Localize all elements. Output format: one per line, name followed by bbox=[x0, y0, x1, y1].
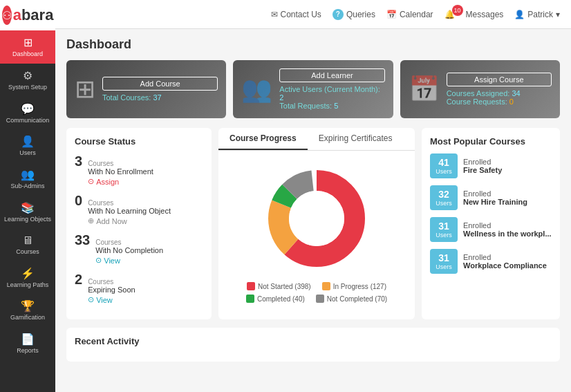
topbar-items: ✉ Contact Us ? Queries 📅 Calendar 🔔 10 M… bbox=[271, 9, 560, 20]
learning-objects-icon: 📚 bbox=[21, 201, 35, 214]
course-status-title: Course Status bbox=[75, 136, 203, 147]
sidebar-item-reports[interactable]: 📄 Reports bbox=[0, 327, 55, 360]
sidebar-item-gamification[interactable]: 🏆 Gamification bbox=[0, 294, 55, 327]
messages-link[interactable]: 🔔 10 Messages bbox=[444, 9, 504, 20]
view-action-completion[interactable]: ⊙ View bbox=[95, 256, 163, 265]
user-icon: 👤 bbox=[21, 135, 35, 148]
assign-course-button[interactable]: Assign Course bbox=[447, 73, 552, 86]
email-icon: ✉ bbox=[271, 10, 278, 19]
plus-circle-icon: ⊕ bbox=[88, 216, 94, 225]
add-learner-icon: 👥 bbox=[241, 75, 272, 104]
page-title: Dashboard bbox=[66, 37, 560, 52]
most-popular-panel: Most Popular Courses 41 Users Enrolled F… bbox=[422, 128, 560, 319]
user-menu[interactable]: 👤 Patrick ▾ bbox=[514, 10, 560, 19]
report-icon: 📄 bbox=[21, 333, 35, 346]
svg-point-4 bbox=[289, 191, 344, 246]
content-area: Dashboard ⊞ Add Course Total Courses: 37… bbox=[55, 29, 571, 392]
avatar-icon: 👤 bbox=[514, 10, 525, 19]
queries-link[interactable]: ? Queries bbox=[333, 9, 375, 20]
hero-card-assign-course: 📅 Assign Course Courses Assigned: 34 Cou… bbox=[400, 60, 560, 118]
eye-icon: ⊙ bbox=[95, 256, 102, 265]
progress-tabs: Course Progress Expiring Certificates bbox=[218, 128, 415, 151]
chevron-down-icon: ▾ bbox=[556, 10, 560, 19]
courses-assigned-stat: Courses Assigned: 34 bbox=[447, 89, 552, 97]
legend-color-not-completed bbox=[316, 295, 324, 303]
calendar-icon: 📅 bbox=[386, 10, 397, 19]
popular-badge-0: 41 Users bbox=[430, 153, 458, 178]
calendar-link[interactable]: 📅 Calendar bbox=[386, 10, 433, 19]
trophy-icon: 🏆 bbox=[21, 299, 35, 312]
add-course-button[interactable]: Add Course bbox=[102, 77, 218, 91]
hero-cards: ⊞ Add Course Total Courses: 37 👥 Add Lea… bbox=[66, 60, 560, 118]
sidebar: ⚇ abara ⊞ Dashboard ⚙ System Setup 💬 Com… bbox=[0, 0, 55, 392]
sub-admin-icon: 👥 bbox=[21, 168, 35, 181]
popular-badge-1: 32 Users bbox=[430, 185, 458, 210]
popular-item-1: 32 Users Enrolled New Hire Training bbox=[430, 185, 552, 210]
legend-in-progress: In Progress (127) bbox=[322, 282, 386, 290]
add-course-icon: ⊞ bbox=[75, 75, 95, 104]
add-learner-button[interactable]: Add Learner bbox=[279, 68, 384, 82]
tab-expiring-certificates[interactable]: Expiring Certificates bbox=[308, 128, 404, 150]
bottom-grid: Course Status 3 Courses With No Enrollme… bbox=[66, 128, 560, 319]
status-no-enrollment: 3 Courses With No Enrollment ⊙ Assign bbox=[75, 153, 203, 186]
hero-card-add-learner: 👥 Add Learner Active Users (Current Mont… bbox=[233, 60, 393, 118]
status-no-completion: 33 Courses With No Completion ⊙ View bbox=[75, 232, 203, 265]
dashboard-icon: ⊞ bbox=[24, 36, 32, 49]
popular-item-2: 31 Users Enrolled Wellness in the workpl… bbox=[430, 217, 552, 242]
recent-activity-title: Recent Activity bbox=[75, 336, 552, 346]
course-requests-stat: Course Requests: 0 bbox=[447, 97, 552, 106]
main-area: ✉ Contact Us ? Queries 📅 Calendar 🔔 10 M… bbox=[55, 0, 571, 392]
course-status-panel: Course Status 3 Courses With No Enrollme… bbox=[66, 128, 212, 319]
most-popular-title: Most Popular Courses bbox=[430, 136, 552, 147]
status-expiring-soon: 2 Courses Expiring Soon ⊙ View bbox=[75, 272, 203, 304]
contact-us-link[interactable]: ✉ Contact Us bbox=[271, 10, 321, 19]
chart-legend: Not Started (398) In Progress (127) Comp… bbox=[225, 282, 408, 303]
legend-color-completed bbox=[246, 295, 254, 303]
legend-not-completed: Not Completed (70) bbox=[316, 295, 387, 303]
queries-icon: ? bbox=[333, 9, 344, 20]
legend-color-not-started bbox=[247, 282, 255, 290]
chat-icon: 💬 bbox=[21, 102, 35, 115]
assign-action[interactable]: ⊙ Assign bbox=[88, 177, 153, 186]
donut-chart bbox=[261, 163, 372, 274]
gear-icon: ⚙ bbox=[23, 69, 32, 82]
sidebar-item-courses[interactable]: 🖥 Courses bbox=[0, 229, 55, 261]
popular-badge-3: 31 Users bbox=[430, 249, 458, 274]
sidebar-item-sub-admins[interactable]: 👥 Sub-Admins bbox=[0, 162, 55, 196]
logo: ⚇ abara bbox=[0, 0, 55, 30]
recent-activity-panel: Recent Activity bbox=[66, 328, 560, 362]
sidebar-item-communication[interactable]: 💬 Communication bbox=[0, 97, 55, 130]
popular-item-3: 31 Users Enrolled Workplace Compliance bbox=[430, 249, 552, 274]
sidebar-item-system-setup[interactable]: ⚙ System Setup bbox=[0, 64, 55, 97]
view-action-expiring[interactable]: ⊙ View bbox=[88, 295, 135, 304]
tab-course-progress[interactable]: Course Progress bbox=[218, 128, 308, 150]
hero-card-add-course: ⊞ Add Course Total Courses: 37 bbox=[66, 60, 226, 118]
total-requests-stat: Total Requests: 5 bbox=[279, 102, 384, 110]
eye-icon-2: ⊙ bbox=[88, 295, 94, 304]
logo-icon: ⚇ bbox=[2, 6, 12, 25]
active-users-stat: Active Users (Current Month): 2 bbox=[279, 85, 384, 102]
progress-content: Not Started (398) In Progress (127) Comp… bbox=[218, 151, 415, 310]
popular-item-0: 41 Users Enrolled Fire Safety bbox=[430, 153, 552, 178]
course-progress-panel: Course Progress Expiring Certificates bbox=[218, 128, 415, 319]
status-no-learning-object: 0 Courses With No Learning Object ⊕ Add … bbox=[75, 193, 203, 225]
topbar: ✉ Contact Us ? Queries 📅 Calendar 🔔 10 M… bbox=[55, 0, 571, 29]
courses-icon: 🖥 bbox=[22, 234, 33, 247]
learning-paths-icon: ⚡ bbox=[21, 267, 35, 280]
legend-completed: Completed (40) bbox=[246, 295, 305, 303]
circle-check-icon: ⊙ bbox=[88, 177, 94, 186]
assign-course-icon: 📅 bbox=[409, 75, 440, 104]
legend-not-started: Not Started (398) bbox=[247, 282, 311, 290]
logo-text: abara bbox=[13, 6, 54, 24]
sidebar-item-learning-paths[interactable]: ⚡ Learning Paths bbox=[0, 261, 55, 295]
popular-badge-2: 31 Users bbox=[430, 217, 458, 242]
legend-color-in-progress bbox=[322, 282, 330, 290]
sidebar-item-dashboard[interactable]: ⊞ Dashboard bbox=[0, 30, 55, 64]
sidebar-item-users[interactable]: 👤 Users bbox=[0, 129, 55, 162]
sidebar-item-learning-objects[interactable]: 📚 Learning Objects bbox=[0, 196, 55, 229]
add-now-action[interactable]: ⊕ Add Now bbox=[88, 216, 171, 225]
total-courses-stat: Total Courses: 37 bbox=[102, 93, 218, 102]
